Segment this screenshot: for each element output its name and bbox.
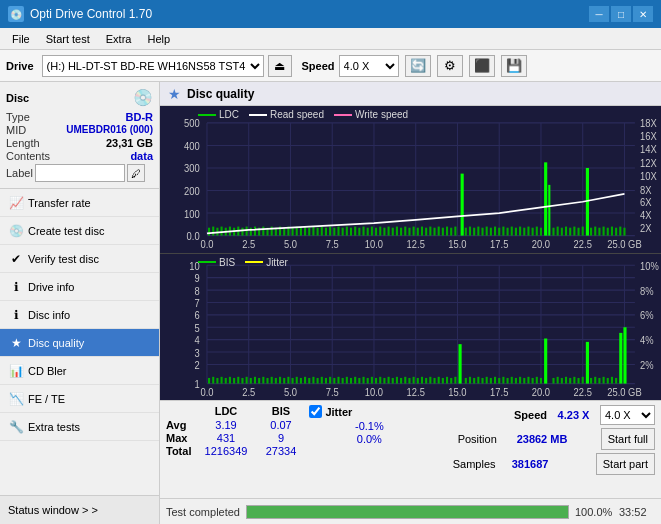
disc-label-button[interactable]: 🖊 — [127, 164, 145, 182]
svg-rect-261 — [481, 377, 483, 383]
svg-rect-72 — [325, 228, 327, 236]
svg-rect-138 — [603, 227, 605, 236]
svg-rect-284 — [590, 377, 592, 383]
jitter-section: Jitter -0.1% 0.0% — [309, 405, 452, 446]
menu-file[interactable]: File — [4, 31, 38, 47]
position-row: Position 23862 MB Start full — [458, 428, 655, 450]
svg-rect-142 — [619, 227, 621, 236]
svg-rect-278 — [561, 377, 563, 383]
jitter-checkbox[interactable] — [309, 405, 322, 418]
right-stats-panel: Speed 4.23 X 4.0 X Position 23862 MB Sta… — [453, 405, 655, 475]
svg-text:0.0: 0.0 — [200, 239, 214, 250]
eject-button[interactable]: ⏏ — [268, 55, 292, 77]
ldc-legend-label: LDC — [219, 109, 239, 120]
svg-text:5.0: 5.0 — [284, 239, 298, 250]
sidebar-item-verify-test-disc[interactable]: ✔ Verify test disc — [0, 245, 159, 273]
svg-rect-98 — [417, 228, 419, 236]
svg-rect-285 — [594, 376, 596, 383]
sidebar-item-extra-tests[interactable]: 🔧 Extra tests — [0, 413, 159, 441]
max-bis: 9 — [256, 432, 306, 444]
svg-rect-134 — [582, 227, 584, 236]
svg-rect-231 — [371, 376, 373, 383]
refresh-button[interactable]: 🔄 — [405, 55, 431, 77]
bis-chart-svg: 10 9 8 7 6 5 4 3 2 1 10% 8% 6% 4% 2% — [160, 254, 661, 401]
menu-start-test[interactable]: Start test — [38, 31, 98, 47]
svg-rect-243 — [421, 376, 423, 383]
fe-te-icon: 📉 — [8, 391, 24, 407]
record-button[interactable]: ⬛ — [469, 55, 495, 77]
sidebar-item-disc-info[interactable]: ℹ Disc info — [0, 301, 159, 329]
disc-label-label: Label — [6, 167, 33, 179]
svg-rect-125 — [536, 227, 538, 236]
svg-text:17.5: 17.5 — [490, 386, 509, 397]
sidebar-item-create-test-disc[interactable]: 💿 Create test disc — [0, 217, 159, 245]
svg-rect-55 — [254, 227, 256, 236]
bottom-chart-legend: BIS Jitter — [198, 257, 288, 268]
svg-text:15.0: 15.0 — [448, 239, 467, 250]
status-window-button[interactable]: Status window > > — [0, 496, 159, 524]
read-speed-legend-label: Read speed — [270, 109, 324, 120]
svg-rect-57 — [262, 227, 264, 236]
svg-rect-196 — [225, 377, 227, 383]
svg-rect-271 — [523, 377, 525, 383]
charts-container: LDC Read speed Write speed — [160, 106, 661, 400]
start-full-button[interactable]: Start full — [601, 428, 655, 450]
svg-text:7.5: 7.5 — [326, 386, 340, 397]
disc-label-input[interactable] — [35, 164, 125, 182]
window-controls: ─ □ ✕ — [589, 6, 653, 22]
svg-rect-219 — [321, 376, 323, 383]
sidebar-item-disc-quality[interactable]: ★ Disc quality — [0, 329, 159, 357]
total-bis: 27334 — [256, 445, 306, 457]
svg-rect-64 — [292, 228, 294, 236]
max-row: Max 431 9 — [166, 432, 309, 444]
disc-quality-icon: ★ — [8, 335, 24, 351]
stats-headers: LDC BIS — [166, 405, 309, 417]
svg-rect-267 — [507, 377, 509, 383]
disc-quality-header: ★ Disc quality — [160, 82, 661, 106]
save-button[interactable]: 💾 — [501, 55, 527, 77]
menu-help[interactable]: Help — [139, 31, 178, 47]
title-bar: 💿 Opti Drive Control 1.70 ─ □ ✕ — [0, 0, 661, 28]
speed-select[interactable]: 4.0 X — [339, 55, 399, 77]
minimize-button[interactable]: ─ — [589, 6, 609, 22]
svg-rect-275 — [540, 377, 542, 383]
svg-rect-247 — [438, 376, 440, 383]
maximize-button[interactable]: □ — [611, 6, 631, 22]
svg-rect-245 — [429, 376, 431, 383]
svg-rect-131 — [569, 228, 571, 236]
svg-text:20.0: 20.0 — [532, 239, 551, 250]
menu-extra[interactable]: Extra — [98, 31, 140, 47]
svg-rect-54 — [250, 228, 252, 236]
sidebar-item-drive-info[interactable]: ℹ Drive info — [0, 273, 159, 301]
status-text: Test completed — [166, 506, 240, 518]
legend-write-speed: Write speed — [334, 109, 408, 120]
total-ldc: 1216349 — [196, 445, 256, 457]
svg-rect-114 — [490, 228, 492, 236]
svg-rect-136 — [594, 227, 596, 236]
svg-rect-110 — [473, 228, 475, 236]
disc-contents-value: data — [130, 150, 153, 162]
svg-rect-85 — [379, 227, 381, 236]
svg-rect-71 — [321, 227, 323, 236]
svg-rect-273 — [532, 377, 534, 383]
speed-select-stats[interactable]: 4.0 X — [600, 405, 655, 425]
drive-select[interactable]: (H:) HL-DT-ST BD-RE WH16NS58 TST4 — [42, 55, 264, 77]
svg-rect-216 — [308, 377, 310, 383]
status-window-label: Status window > > — [8, 504, 98, 516]
ldc-legend-line — [198, 114, 216, 116]
close-button[interactable]: ✕ — [633, 6, 653, 22]
svg-rect-282 — [578, 377, 580, 383]
ldc-chart-svg: 500 400 300 200 100 0.0 18X 16X 14X 12X … — [160, 106, 661, 253]
svg-text:200: 200 — [184, 186, 200, 197]
disc-quality-header-icon: ★ — [168, 86, 181, 102]
svg-rect-266 — [502, 376, 504, 383]
settings-button[interactable]: ⚙ — [437, 55, 463, 77]
svg-rect-259 — [473, 377, 475, 383]
sidebar-item-fe-te[interactable]: 📉 FE / TE — [0, 385, 159, 413]
sidebar-item-cd-bler[interactable]: 📊 CD Bler — [0, 357, 159, 385]
start-part-button[interactable]: Start part — [596, 453, 655, 475]
disc-header: Disc 💿 — [6, 88, 153, 107]
svg-rect-69 — [312, 227, 314, 236]
sidebar-item-transfer-rate[interactable]: 📈 Transfer rate — [0, 189, 159, 217]
svg-rect-117 — [502, 227, 504, 236]
